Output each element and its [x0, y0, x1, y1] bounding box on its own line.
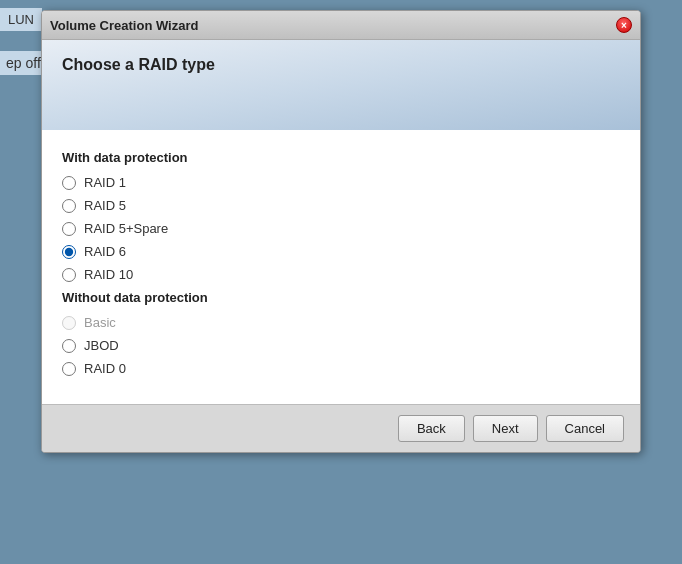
raid5spare-label: RAID 5+Spare [84, 221, 168, 236]
raid5spare-radio[interactable] [62, 222, 76, 236]
raid5-radio[interactable] [62, 199, 76, 213]
back-button[interactable]: Back [398, 415, 465, 442]
dialog-header-title: Choose a RAID type [62, 56, 620, 74]
dialog-title: Volume Creation Wizard [50, 18, 198, 33]
raid1-label: RAID 1 [84, 175, 126, 190]
raid6-radio[interactable] [62, 245, 76, 259]
raid6-label: RAID 6 [84, 244, 126, 259]
dialog-header-area: Choose a RAID type [42, 40, 640, 130]
dialog-footer: Back Next Cancel [42, 404, 640, 452]
dialog-titlebar: Volume Creation Wizard × [42, 11, 640, 40]
raid10-item: RAID 10 [62, 267, 620, 282]
without-protection-group: Basic JBOD RAID 0 [62, 315, 620, 376]
without-protection-label: Without data protection [62, 290, 620, 305]
with-protection-group: RAID 1 RAID 5 RAID 5+Spare RAID 6 [62, 175, 620, 282]
basic-label: Basic [84, 315, 116, 330]
basic-radio[interactable] [62, 316, 76, 330]
jbod-radio[interactable] [62, 339, 76, 353]
dialog-content: With data protection RAID 1 RAID 5 RAID … [42, 130, 640, 404]
with-protection-label: With data protection [62, 150, 620, 165]
raid1-radio[interactable] [62, 176, 76, 190]
dialog-overlay: Volume Creation Wizard × Choose a RAID t… [0, 0, 682, 564]
raid1-item: RAID 1 [62, 175, 620, 190]
basic-item: Basic [62, 315, 620, 330]
next-button[interactable]: Next [473, 415, 538, 442]
raid5-item: RAID 5 [62, 198, 620, 213]
jbod-item: JBOD [62, 338, 620, 353]
raid10-label: RAID 10 [84, 267, 133, 282]
raid0-label: RAID 0 [84, 361, 126, 376]
dialog-body: Choose a RAID type With data protection … [42, 40, 640, 404]
jbod-label: JBOD [84, 338, 119, 353]
raid10-radio[interactable] [62, 268, 76, 282]
close-button[interactable]: × [616, 17, 632, 33]
raid0-item: RAID 0 [62, 361, 620, 376]
volume-creation-dialog: Volume Creation Wizard × Choose a RAID t… [41, 10, 641, 453]
raid6-item: RAID 6 [62, 244, 620, 259]
raid5-label: RAID 5 [84, 198, 126, 213]
cancel-button[interactable]: Cancel [546, 415, 624, 442]
raid0-radio[interactable] [62, 362, 76, 376]
raid5spare-item: RAID 5+Spare [62, 221, 620, 236]
